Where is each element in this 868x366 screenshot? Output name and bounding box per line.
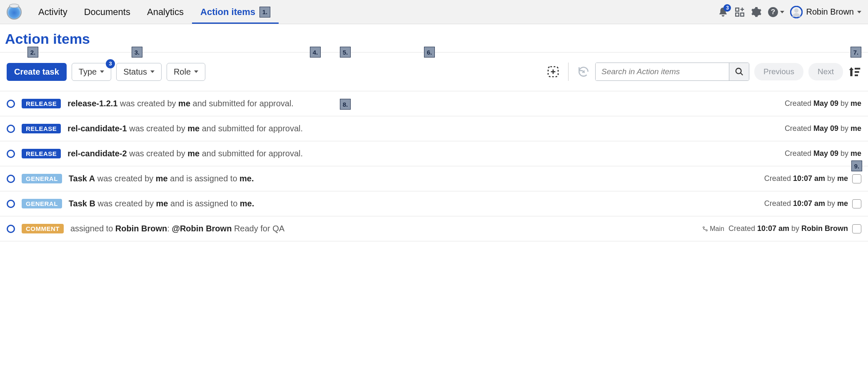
overlay-4: 4. — [310, 47, 321, 58]
action-item-list: RELEASErelease-1.2.1 was created by me a… — [0, 91, 868, 241]
status-circle-icon[interactable] — [7, 175, 15, 183]
sort-icon[interactable] — [848, 65, 861, 78]
app-logo[interactable] — [7, 5, 22, 20]
filter-role[interactable]: Role — [167, 63, 205, 81]
toolbar: Create task Type 3 Status Role P — [7, 63, 861, 81]
create-task-button[interactable]: Create task — [7, 63, 67, 81]
notifications-count: 3 — [723, 4, 731, 12]
status-circle-icon[interactable] — [7, 225, 15, 233]
row-description: Task B was created by me and is assigned… — [69, 199, 758, 208]
filter-role-label: Role — [174, 67, 191, 77]
nav-documents[interactable]: Documents — [76, 0, 139, 24]
svg-rect-0 — [736, 8, 739, 11]
svg-rect-17 — [855, 71, 859, 73]
type-tag: GENERAL — [22, 199, 62, 208]
filter-type-badge: 3 — [106, 59, 115, 68]
svg-text:?: ? — [771, 8, 776, 16]
row-description: Task A was created by me and is assigned… — [69, 174, 758, 183]
row-description: rel-candidate-2 was created by me and su… — [67, 149, 778, 158]
filter-status[interactable]: Status — [116, 63, 162, 81]
list-item[interactable]: RELEASErelease-1.2.1 was created by me a… — [0, 91, 868, 116]
search-input[interactable] — [596, 63, 729, 80]
overlay-9: 9. — [851, 160, 862, 171]
toolbar-area: 2. 3. 4. 5. 6. 7. Create task Type 3 Sta… — [0, 52, 868, 91]
status-circle-icon[interactable] — [7, 100, 15, 108]
row-description: rel-candidate-1 was created by me and su… — [67, 124, 778, 133]
nav-action-items-badge: 1. — [259, 7, 270, 18]
svg-point-20 — [706, 229, 708, 231]
overlay-7: 7. — [851, 47, 861, 58]
type-tag: COMMENT — [22, 224, 64, 233]
search-box — [595, 63, 749, 81]
settings-icon[interactable] — [751, 7, 762, 18]
overlay-6: 6. — [424, 47, 435, 58]
svg-rect-18 — [855, 75, 858, 76]
list-item[interactable]: GENERALTask B was created by me and is a… — [0, 191, 868, 216]
nav-activity[interactable]: Activity — [30, 0, 76, 24]
row-checkbox[interactable] — [852, 224, 861, 233]
row-checkbox[interactable] — [852, 199, 861, 208]
row-description: release-1.2.1 was created by me and subm… — [67, 99, 778, 108]
row-meta: MainCreated 10:07 am by Robin Brown — [702, 224, 861, 233]
topbar-right: 3 ? Robin Brown — [718, 6, 861, 18]
filter-type-label: Type — [79, 67, 97, 77]
list-item[interactable]: RELEASErel-candidate-2 was created by me… — [0, 141, 868, 166]
topbar: Activity Documents Analytics Action item… — [0, 0, 868, 24]
row-meta: Created May 09 by me — [785, 124, 861, 133]
overlay-3: 3. — [132, 47, 142, 58]
row-meta: Created 10:07 am by me — [764, 199, 861, 208]
chevron-down-icon — [194, 70, 198, 73]
list-item[interactable]: RELEASErel-candidate-1 was created by me… — [0, 116, 868, 141]
add-selection-icon[interactable] — [546, 65, 560, 78]
type-tag: RELEASE — [22, 124, 61, 133]
svg-point-14 — [736, 68, 741, 74]
notifications-icon[interactable]: 3 — [718, 7, 728, 18]
nav-analytics[interactable]: Analytics — [139, 0, 192, 24]
user-menu[interactable]: Robin Brown — [790, 6, 861, 18]
list-item[interactable]: GENERALTask A was created by me and is a… — [0, 166, 868, 191]
previous-button[interactable]: Previous — [754, 63, 803, 80]
chevron-down-icon — [150, 70, 155, 73]
nav-action-items[interactable]: Action items 1. — [192, 0, 279, 24]
branch-chip: Main — [702, 225, 724, 233]
list-item[interactable]: COMMENT assigned to Robin Brown: @Robin … — [0, 216, 868, 241]
top-nav: Activity Documents Analytics Action item… — [30, 0, 279, 24]
svg-rect-2 — [736, 13, 739, 16]
row-meta: Created 10:07 am by me — [764, 174, 861, 183]
svg-rect-16 — [855, 68, 860, 70]
chevron-down-icon — [857, 11, 861, 13]
next-button[interactable]: Next — [808, 63, 843, 80]
row-description: assigned to Robin Brown: @Robin Brown Re… — [70, 224, 696, 233]
reset-icon[interactable] — [577, 65, 590, 78]
status-circle-icon[interactable] — [7, 125, 15, 133]
svg-point-8 — [794, 8, 798, 13]
chevron-down-icon — [780, 11, 784, 13]
help-icon[interactable]: ? — [768, 7, 784, 18]
type-tag: RELEASE — [22, 149, 61, 158]
type-tag: RELEASE — [22, 99, 61, 108]
nav-action-items-label: Action items — [200, 7, 255, 18]
overlay-5: 5. — [340, 47, 351, 58]
svg-point-19 — [703, 226, 705, 228]
overlay-8: 8. — [340, 99, 351, 110]
toolbar-divider — [568, 63, 569, 81]
filter-type[interactable]: Type 3 — [72, 63, 111, 81]
chevron-down-icon — [100, 70, 104, 73]
status-circle-icon[interactable] — [7, 200, 15, 208]
svg-line-15 — [740, 73, 743, 75]
search-button[interactable] — [729, 63, 749, 80]
type-tag: GENERAL — [22, 174, 62, 183]
avatar-icon — [790, 6, 803, 18]
apps-icon[interactable] — [734, 7, 745, 18]
filter-status-label: Status — [123, 67, 147, 77]
row-meta: Created May 09 by me — [785, 99, 861, 108]
row-checkbox[interactable] — [852, 174, 861, 183]
status-circle-icon[interactable] — [7, 150, 15, 158]
row-meta: Created May 09 by me — [785, 149, 861, 158]
overlay-2: 2. — [27, 47, 38, 58]
svg-rect-1 — [741, 13, 744, 16]
user-name: Robin Brown — [806, 7, 854, 17]
